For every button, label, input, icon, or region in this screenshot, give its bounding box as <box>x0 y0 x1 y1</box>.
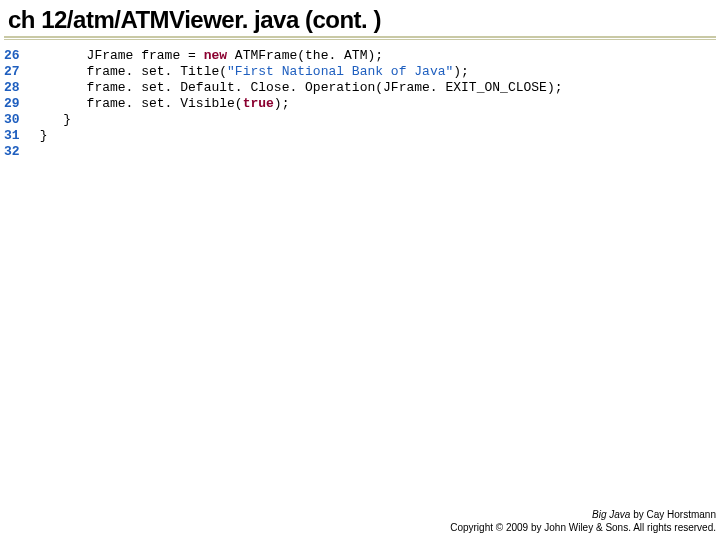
code-listing: 26 27 28 29 30 31 32 JFrame frame = new … <box>0 40 720 160</box>
footer-line2: Copyright © 2009 by John Wiley & Sons. A… <box>450 521 716 534</box>
divider <box>4 36 716 38</box>
code-body: JFrame frame = new ATMFrame(the. ATM); f… <box>32 48 563 160</box>
page-title: ch 12/atm/ATMViewer. java (cont. ) <box>0 0 720 36</box>
footer-line1: Big Java by Cay Horstmann <box>450 508 716 521</box>
footer: Big Java by Cay Horstmann Copyright © 20… <box>450 508 716 534</box>
line-numbers: 26 27 28 29 30 31 32 <box>4 48 32 160</box>
